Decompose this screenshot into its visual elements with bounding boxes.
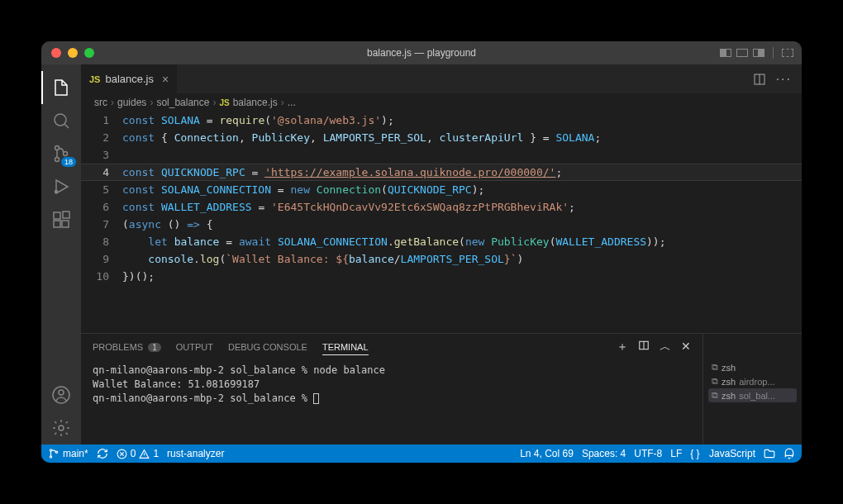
- maximize-panel-icon[interactable]: ︿: [660, 340, 671, 354]
- encoding-status[interactable]: UTF-8: [634, 448, 662, 459]
- explorer-icon[interactable]: [41, 71, 81, 104]
- indentation-status[interactable]: Spaces: 4: [582, 448, 626, 459]
- problems-status[interactable]: 0 1: [117, 448, 159, 459]
- notifications-icon[interactable]: [783, 448, 795, 459]
- problems-count-badge: 1: [148, 343, 161, 352]
- minimize-window-button[interactable]: [68, 48, 78, 58]
- svg-rect-7: [62, 221, 69, 227]
- close-tab-icon[interactable]: ×: [162, 73, 169, 86]
- extensions-icon[interactable]: [41, 203, 81, 236]
- output-tab[interactable]: OUTPUT: [176, 342, 213, 352]
- scm-badge: 18: [61, 157, 76, 167]
- terminal-item[interactable]: ⧉zshsol_bal...: [708, 388, 797, 402]
- svg-point-3: [64, 152, 68, 156]
- layout-left-icon[interactable]: [720, 49, 731, 57]
- js-file-icon: JS: [89, 74, 100, 84]
- terminal-item[interactable]: ⧉zsh: [708, 360, 797, 374]
- close-window-button[interactable]: [51, 48, 61, 58]
- split-terminal-icon[interactable]: [638, 340, 650, 354]
- problems-tab[interactable]: PROBLEMS 1: [93, 342, 161, 352]
- code-editor[interactable]: 123 456 78910 const SOLANA = require('@s…: [81, 112, 802, 333]
- run-debug-icon[interactable]: [41, 170, 81, 203]
- terminal-output[interactable]: qn-milano@aarons-mbp-2 sol_balance % nod…: [81, 360, 702, 445]
- svg-point-11: [59, 426, 64, 430]
- svg-point-14: [50, 449, 51, 451]
- close-panel-icon[interactable]: ✕: [681, 340, 691, 354]
- svg-rect-8: [63, 212, 69, 218]
- search-icon[interactable]: [41, 104, 81, 137]
- svg-rect-6: [54, 221, 60, 227]
- language-mode[interactable]: { } JavaScript: [690, 448, 755, 459]
- eol-status[interactable]: LF: [670, 448, 682, 459]
- settings-gear-icon[interactable]: [41, 411, 81, 445]
- layout-controls: [720, 47, 793, 59]
- js-file-icon: JS: [219, 98, 229, 107]
- debug-console-tab[interactable]: DEBUG CONSOLE: [228, 342, 307, 352]
- terminal-tab[interactable]: TERMINAL: [322, 342, 369, 355]
- window-title: balance.js — playground: [41, 47, 802, 59]
- split-editor-icon[interactable]: [753, 73, 766, 86]
- svg-point-1: [55, 146, 60, 150]
- code-content: const SOLANA = require('@solana/web3.js'…: [122, 112, 802, 333]
- layout-bottom-icon[interactable]: [736, 49, 748, 57]
- source-control-icon[interactable]: 18: [41, 137, 81, 170]
- zoom-window-button[interactable]: [84, 48, 94, 58]
- terminal-list: ⧉zsh ⧉zshairdrop... ⧉zshsol_bal...: [702, 334, 802, 445]
- panel-tabs: PROBLEMS 1 OUTPUT DEBUG CONSOLE TERMINAL…: [81, 334, 702, 360]
- vscode-window: balance.js — playground 18: [41, 41, 802, 463]
- line-gutter: 123 456 78910: [81, 112, 122, 333]
- terminal-cursor: [313, 393, 319, 404]
- layout-right-icon[interactable]: [753, 49, 764, 57]
- terminal-item[interactable]: ⧉zshairdrop...: [708, 374, 797, 388]
- svg-point-4: [55, 191, 58, 193]
- git-branch[interactable]: main*: [48, 448, 88, 459]
- traffic-lights: [41, 48, 94, 58]
- sync-icon[interactable]: [97, 448, 108, 459]
- status-bar: main* 0 1 rust-analyzer Ln 4, Col 69 Spa…: [41, 445, 802, 463]
- customize-layout-icon[interactable]: [782, 49, 793, 57]
- new-terminal-icon[interactable]: ＋: [617, 340, 628, 354]
- tab-balance-js[interactable]: JS balance.js ×: [81, 64, 178, 93]
- rust-analyzer-status[interactable]: rust-analyzer: [167, 448, 224, 459]
- editor-tabs: JS balance.js × ···: [81, 64, 802, 93]
- accounts-icon[interactable]: [41, 378, 81, 411]
- activity-bar: 18: [41, 64, 81, 445]
- more-actions-icon[interactable]: ···: [776, 72, 792, 87]
- svg-rect-5: [54, 212, 60, 219]
- cursor-position[interactable]: Ln 4, Col 69: [520, 448, 574, 459]
- breadcrumb[interactable]: src› guides› sol_balance› JS balance.js›…: [81, 93, 802, 112]
- svg-point-15: [50, 456, 51, 458]
- bottom-panel: PROBLEMS 1 OUTPUT DEBUG CONSOLE TERMINAL…: [81, 333, 802, 445]
- svg-point-0: [55, 114, 66, 126]
- feedback-icon[interactable]: [764, 448, 775, 459]
- svg-point-10: [59, 390, 64, 395]
- title-bar: balance.js — playground: [41, 41, 802, 64]
- tab-label: balance.js: [105, 73, 154, 85]
- svg-point-2: [55, 158, 60, 162]
